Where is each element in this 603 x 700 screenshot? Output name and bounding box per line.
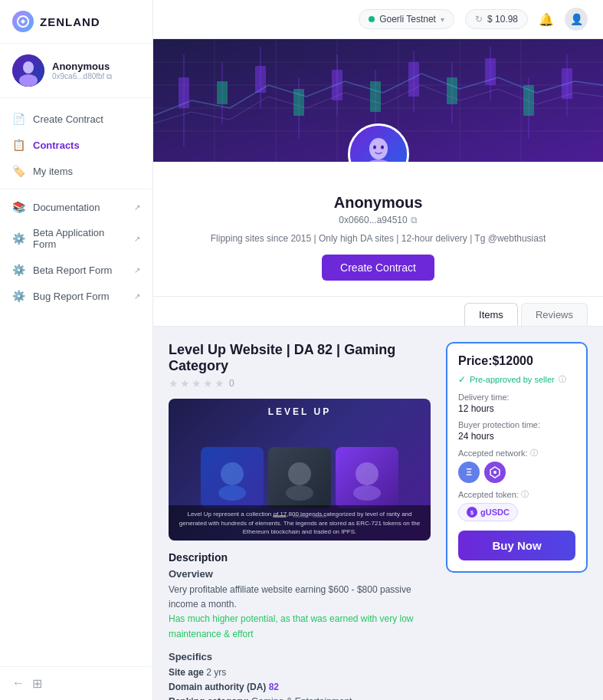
grid-icon[interactable]: ⊞ bbox=[32, 676, 42, 691]
buyer-protection-key: Buyer protection time: bbox=[458, 420, 575, 429]
sidebar: ZENLAND Anonymous 0x9ca6...d80fbf ⧉ 📄 bbox=[0, 0, 153, 700]
svg-point-42 bbox=[221, 462, 244, 485]
star-1: ★ bbox=[169, 377, 179, 389]
tab-items[interactable]: Items bbox=[464, 303, 518, 326]
svg-point-3 bbox=[19, 74, 38, 87]
specifics-subtitle: Specifics bbox=[169, 651, 431, 662]
sidebar-item-label: Bug Report Form bbox=[33, 291, 110, 302]
listing-image-cards bbox=[201, 447, 398, 508]
network-info-icon[interactable]: ⓘ bbox=[530, 448, 538, 458]
review-count: 0 bbox=[229, 378, 234, 389]
logo-text: ZENLAND bbox=[40, 15, 100, 28]
delivery-row: Delivery time: 12 hours bbox=[458, 393, 575, 414]
matic-icon bbox=[484, 462, 506, 483]
svg-point-46 bbox=[356, 462, 379, 485]
svg-point-43 bbox=[218, 485, 246, 501]
refresh-icon: ↻ bbox=[475, 14, 483, 25]
copy-profile-address-icon[interactable]: ⧉ bbox=[411, 215, 418, 225]
accepted-token-row: Accepted token: ⓘ $ gUSDC bbox=[458, 489, 575, 521]
overview-highlight: Has much higher potential, as that was e… bbox=[169, 612, 431, 641]
copy-address-icon[interactable]: ⧉ bbox=[107, 72, 112, 81]
network-badge[interactable]: Goerli Testnet ▾ bbox=[359, 9, 454, 29]
star-4: ★ bbox=[203, 377, 213, 389]
listing-details: Level Up Website | DA 82 | Gaming Catego… bbox=[169, 342, 431, 700]
sidebar-item-label: Beta Report Form bbox=[33, 265, 112, 276]
profile-avatar bbox=[348, 123, 409, 162]
logo-icon bbox=[12, 11, 34, 32]
site-age-row: Site age 2 yrs bbox=[169, 665, 431, 680]
domain-authority-row: Domain authority (DA) 82 bbox=[169, 680, 431, 695]
sidebar-item-contracts[interactable]: 📋 Contracts bbox=[0, 132, 152, 158]
overview-subtitle: Overview bbox=[169, 568, 431, 580]
svg-point-38 bbox=[369, 138, 388, 159]
pre-approved-badge: ✓ Pre-approved by seller ⓘ bbox=[458, 374, 575, 385]
network-label: Goerli Testnet bbox=[379, 14, 436, 25]
avatar bbox=[12, 54, 44, 87]
sidebar-item-label: Contracts bbox=[33, 140, 80, 151]
listing-title: Level Up Website | DA 82 | Gaming Catego… bbox=[169, 342, 431, 374]
svg-point-2 bbox=[23, 61, 34, 74]
accepted-network-label: Accepted network: ⓘ bbox=[458, 448, 575, 458]
sidebar-item-my-items[interactable]: 🏷️ My items bbox=[0, 158, 152, 184]
external-link-icon: ↗ bbox=[134, 292, 140, 301]
star-5: ★ bbox=[215, 377, 224, 389]
main-content: Goerli Testnet ▾ ↻ $ 10.98 🔔 👤 bbox=[153, 0, 603, 700]
overview-text: Very profitable affiliate website earnin… bbox=[169, 583, 431, 612]
sidebar-nav: 📄 Create Contract 📋 Contracts 🏷️ My item… bbox=[0, 98, 152, 666]
svg-point-41 bbox=[381, 146, 384, 150]
documentation-icon: 📚 bbox=[12, 201, 25, 213]
sidebar-item-bug-report[interactable]: ⚙️ Bug Report Form ↗ bbox=[0, 283, 152, 309]
buy-now-button[interactable]: Buy Now bbox=[458, 531, 575, 560]
listing-card-2 bbox=[268, 447, 331, 508]
profile-avatar-container bbox=[348, 123, 409, 162]
description-title: Description bbox=[169, 551, 431, 564]
ranking-label: Ranking category: bbox=[169, 696, 251, 700]
star-3: ★ bbox=[192, 377, 202, 389]
sidebar-item-label: Documentation bbox=[33, 202, 100, 213]
description-section: Description Overview Very profitable aff… bbox=[169, 551, 431, 642]
sidebar-item-documentation[interactable]: 📚 Documentation ↗ bbox=[0, 194, 152, 220]
beta-app-icon: ⚙️ bbox=[12, 232, 25, 245]
balance-badge[interactable]: ↻ $ 10.98 bbox=[465, 9, 528, 29]
user-menu-icon[interactable]: 👤 bbox=[565, 8, 588, 31]
delivery-key: Delivery time: bbox=[458, 393, 575, 402]
listing-card-1 bbox=[201, 447, 264, 508]
external-link-icon: ↗ bbox=[134, 235, 140, 243]
check-circle-icon: ✓ bbox=[458, 374, 466, 385]
site-age-label: Site age bbox=[169, 667, 206, 678]
profile-bio: Flipping sites since 2015 | Only high DA… bbox=[169, 232, 588, 245]
sidebar-item-beta-application[interactable]: ⚙️ Beta Application Form ↗ bbox=[0, 220, 152, 257]
svg-rect-28 bbox=[255, 66, 266, 93]
pre-approved-info-icon[interactable]: ⓘ bbox=[559, 374, 566, 385]
svg-rect-31 bbox=[370, 81, 381, 112]
profile-address: 0x0660...a94510 ⧉ bbox=[169, 215, 588, 225]
notifications-icon[interactable]: 🔔 bbox=[539, 12, 554, 27]
delivery-value: 12 hours bbox=[458, 403, 575, 414]
accepted-token-label: Accepted token: ⓘ bbox=[458, 489, 575, 500]
price-label: Price:$12000 bbox=[458, 354, 575, 368]
sidebar-item-create-contract[interactable]: 📄 Create Contract bbox=[0, 106, 152, 132]
svg-rect-33 bbox=[447, 77, 457, 104]
topbar: Goerli Testnet ▾ ↻ $ 10.98 🔔 👤 bbox=[153, 0, 603, 39]
back-icon[interactable]: ← bbox=[12, 676, 25, 691]
specifics-section: Specifics Site age 2 yrs Domain authorit… bbox=[169, 651, 431, 700]
token-info-icon[interactable]: ⓘ bbox=[521, 489, 529, 500]
tab-reviews[interactable]: Reviews bbox=[521, 303, 588, 326]
sidebar-item-beta-report[interactable]: ⚙️ Beta Report Form ↗ bbox=[0, 257, 152, 283]
items-tabs: Items Reviews bbox=[153, 297, 603, 327]
profile-banner bbox=[153, 39, 603, 162]
create-contract-button[interactable]: Create Contract bbox=[322, 255, 434, 281]
listing-stars: ★ ★ ★ ★ ★ 0 bbox=[169, 377, 431, 389]
chevron-down-icon: ▾ bbox=[441, 15, 444, 24]
listing-card-3 bbox=[336, 447, 398, 508]
listing-image-footer: Level Up represent a collection of 17,80… bbox=[169, 505, 431, 541]
avatar-image bbox=[12, 54, 44, 87]
svg-point-40 bbox=[373, 146, 376, 150]
sidebar-bottom: ← ⊞ bbox=[0, 666, 152, 700]
profile-info-section: Anonymous 0x0660...a94510 ⧉ Flipping sit… bbox=[153, 162, 603, 297]
sidebar-username: Anonymous bbox=[52, 61, 112, 72]
domain-authority-label: Domain authority (DA) bbox=[169, 682, 269, 692]
bug-report-icon: ⚙️ bbox=[12, 290, 25, 302]
svg-point-49 bbox=[493, 471, 496, 474]
buyer-protection-value: 24 hours bbox=[458, 431, 575, 442]
